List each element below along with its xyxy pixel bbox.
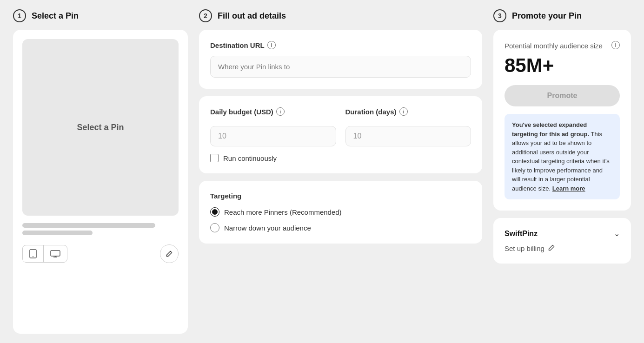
destination-url-info-icon[interactable]: i [267, 41, 276, 49]
audience-size-value: 85M+ [505, 54, 620, 77]
svg-rect-2 [51, 251, 60, 256]
budget-duration-row: Daily budget (USD) i Duration (days) i [210, 107, 471, 146]
step-1-number: 1 [13, 9, 26, 22]
mobile-view-button[interactable] [23, 245, 44, 262]
budget-duration-card: Daily budget (USD) i Duration (days) i [199, 96, 482, 173]
duration-group: Duration (days) i [345, 107, 471, 146]
targeting-option-2-row: Narrow down your audience [210, 223, 471, 232]
learn-more-link[interactable]: Learn more [552, 185, 585, 192]
targeting-option-1-radio[interactable] [210, 207, 219, 217]
targeting-radio-group: Reach more Pinners (Recommended) Narrow … [210, 207, 471, 232]
step-3-number: 3 [493, 9, 506, 22]
targeting-option-1-row: Reach more Pinners (Recommended) [210, 207, 471, 217]
daily-budget-input[interactable] [210, 126, 336, 146]
targeting-option-2-label: Narrow down your audience [224, 224, 311, 232]
billing-label: Set up billing [505, 244, 544, 252]
step-2-number: 2 [199, 9, 212, 22]
run-continuously-checkbox[interactable] [210, 154, 219, 162]
duration-label: Duration (days) i [345, 107, 471, 116]
device-toggle-group [22, 245, 67, 263]
run-continuously-label: Run continuously [223, 154, 277, 162]
budget-info-icon[interactable]: i [276, 107, 285, 116]
step-3-title: Promote your Pin [512, 11, 582, 21]
duration-info-icon[interactable]: i [399, 107, 408, 116]
step-2-title: Fill out ad details [218, 11, 286, 21]
expanded-targeting-text: This allows your ad to be shown to addit… [512, 131, 610, 192]
destination-url-card: Destination URL i [199, 30, 482, 89]
run-continuously-row: Run continuously [210, 154, 471, 162]
billing-row: Set up billing [505, 244, 620, 252]
step-1-title: Select a Pin [32, 11, 79, 21]
expanded-targeting-notice: You've selected expanded targeting for t… [505, 114, 620, 199]
account-card: SwiftPinz ⌄ Set up billing [493, 218, 631, 264]
audience-info-icon[interactable]: i [611, 41, 620, 49]
svg-point-1 [33, 256, 33, 257]
billing-edit-icon[interactable] [548, 244, 555, 252]
pin-text-line-1 [22, 223, 155, 228]
expanded-targeting-bold: You've selected expanded targeting for t… [512, 121, 589, 138]
pin-device-controls [22, 244, 179, 263]
destination-url-label: Destination URL i [210, 41, 471, 49]
desktop-view-button[interactable] [44, 245, 67, 262]
targeting-card: Targeting Reach more Pinners (Recommende… [199, 181, 482, 244]
edit-button[interactable] [160, 244, 179, 263]
budget-group: Daily budget (USD) i [210, 107, 336, 146]
account-name: SwiftPinz [505, 230, 538, 238]
destination-url-input[interactable] [210, 56, 471, 78]
targeting-option-2-radio[interactable] [210, 223, 219, 232]
account-header: SwiftPinz ⌄ [505, 229, 620, 238]
promote-card: Potential monthly audience size i 85M+ P… [493, 30, 631, 211]
audience-size-label: Potential monthly audience size [505, 41, 603, 51]
chevron-down-icon[interactable]: ⌄ [614, 229, 620, 238]
promote-button[interactable]: Promote [505, 85, 620, 106]
targeting-option-1-label: Reach more Pinners (Recommended) [224, 208, 342, 216]
targeting-label: Targeting [210, 192, 471, 200]
pin-preview-label: Select a Pin [77, 123, 124, 132]
pin-text-lines [22, 221, 179, 237]
audience-header: Potential monthly audience size i [505, 41, 620, 51]
pin-text-line-2 [22, 231, 93, 235]
pin-selector-card: Select a Pin [13, 30, 188, 334]
pin-preview-area[interactable]: Select a Pin [22, 39, 179, 216]
budget-label: Daily budget (USD) i [210, 107, 336, 116]
duration-input[interactable] [345, 126, 471, 146]
